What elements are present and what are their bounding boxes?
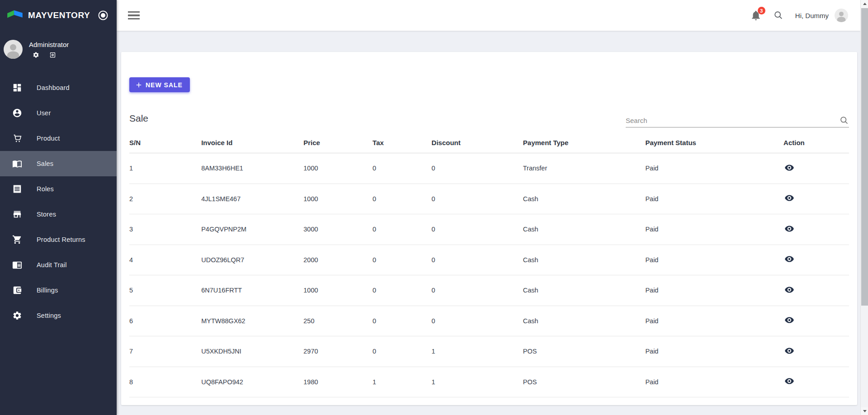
cell-payment-type: POS <box>523 336 646 367</box>
sidebar-item-sales[interactable]: Sales <box>0 151 117 176</box>
gear-icon[interactable] <box>33 52 39 58</box>
cell-payment-type: Cash <box>523 214 646 245</box>
cell-payment-status: Paid <box>645 153 783 184</box>
cell-invoice-id: 8AM33H6HE1 <box>201 153 303 184</box>
cell-payment-type: Transfer <box>523 153 646 184</box>
open-book-icon <box>12 159 22 169</box>
view-sale-button[interactable] <box>784 193 794 203</box>
logout-icon[interactable] <box>49 52 56 58</box>
view-sale-button[interactable] <box>784 376 794 386</box>
col-invoice-id: Invoice Id <box>201 135 303 153</box>
cell-payment-type: Cash <box>523 245 646 275</box>
main-column: 3 Hi, Dummy NEW SALE <box>117 0 868 415</box>
cell-payment-type: Cash <box>523 275 646 306</box>
notifications-button[interactable]: 3 <box>750 9 762 21</box>
menu-icon[interactable] <box>128 11 140 20</box>
cell-price: 1000 <box>303 184 373 214</box>
view-sale-button[interactable] <box>784 346 794 356</box>
user-greeting: Hi, Dummy <box>795 12 829 19</box>
brand-bar: MAYVENTORY <box>0 0 117 31</box>
table-row: 4 UDOZ96LQR7 2000 0 0 Cash Paid <box>129 245 849 275</box>
sidebar-item-audit-trail[interactable]: Audit Trail <box>0 252 117 278</box>
store-icon <box>12 209 22 219</box>
user-role-label: Administrator <box>29 41 69 48</box>
sidebar-item-dashboard[interactable]: Dashboard <box>0 75 117 100</box>
col-discount: Discount <box>432 135 523 153</box>
sidebar-item-settings[interactable]: Settings <box>0 303 117 328</box>
col-price: Price <box>303 135 373 153</box>
top-header: 3 Hi, Dummy <box>117 0 860 31</box>
cell-payment-status: Paid <box>645 336 783 367</box>
table-row: 1 8AM33H6HE1 1000 0 0 Transfer Paid <box>129 153 849 184</box>
reader-icon <box>12 260 22 270</box>
sidebar-item-billings[interactable]: Billings <box>0 278 117 303</box>
sidebar-collapse-toggle-icon[interactable] <box>98 10 108 21</box>
cell-price: 1980 <box>303 367 373 397</box>
view-sale-button[interactable] <box>784 163 794 173</box>
vertical-scrollbar[interactable] <box>860 0 868 415</box>
cell-sn: 2 <box>129 184 201 214</box>
col-tax: Tax <box>373 135 432 153</box>
cell-action <box>783 153 849 184</box>
avatar[interactable] <box>835 9 848 22</box>
cell-sn: 4 <box>129 245 201 275</box>
table-row: 5 6N7U16FRTT 1000 0 0 Cash Paid <box>129 275 849 306</box>
cell-price: 250 <box>303 306 373 336</box>
cell-payment-type: Cash <box>523 184 646 214</box>
scroll-up-button[interactable] <box>861 0 868 8</box>
view-sale-button[interactable] <box>784 224 794 234</box>
cell-tax: 0 <box>373 184 432 214</box>
cell-tax: 0 <box>373 336 432 367</box>
search-input[interactable] <box>626 117 840 124</box>
cell-tax: 0 <box>373 214 432 245</box>
cell-action <box>783 214 849 245</box>
cell-sn: 1 <box>129 153 201 184</box>
sidebar-item-roles[interactable]: Roles <box>0 176 117 202</box>
cell-tax: 1 <box>373 367 432 397</box>
cell-action <box>783 336 849 367</box>
cell-discount: 0 <box>432 184 523 214</box>
table-header-row: S/N Invoice Id Price Tax Discount Paymen… <box>129 135 849 153</box>
sidebar-item-product-returns[interactable]: Product Returns <box>0 227 117 252</box>
view-sale-button[interactable] <box>784 254 794 264</box>
table-search <box>626 116 849 127</box>
eye-icon <box>784 315 794 325</box>
search-icon[interactable] <box>840 116 849 125</box>
cell-sn: 3 <box>129 214 201 245</box>
sidebar: MAYVENTORY Administrator <box>0 0 117 415</box>
cell-invoice-id: P4GQVPNP2M <box>201 214 303 245</box>
cell-price: 1000 <box>303 275 373 306</box>
cell-discount: 0 <box>432 275 523 306</box>
cell-sn: 7 <box>129 336 201 367</box>
cell-sn: 8 <box>129 367 201 397</box>
user-icon <box>12 108 22 118</box>
brand-name: MAYVENTORY <box>28 10 90 20</box>
view-sale-button[interactable] <box>784 315 794 325</box>
sidebar-item-stores[interactable]: Stores <box>0 202 117 227</box>
avatar <box>4 40 23 59</box>
cell-payment-status: Paid <box>645 306 783 336</box>
cell-invoice-id: UDOZ96LQR7 <box>201 245 303 275</box>
cell-action <box>783 275 849 306</box>
cell-sn: 5 <box>129 275 201 306</box>
eye-icon <box>784 285 794 295</box>
cell-discount: 1 <box>432 336 523 367</box>
new-sale-button[interactable]: NEW SALE <box>129 77 190 92</box>
table-row: 3 P4GQVPNP2M 3000 0 0 Cash Paid <box>129 214 849 245</box>
sidebar-item-user[interactable]: User <box>0 100 117 126</box>
plus-icon <box>135 81 143 89</box>
cart-filled-icon <box>12 235 22 245</box>
col-payment-type: Payment Type <box>523 135 646 153</box>
scroll-down-button[interactable] <box>861 407 868 415</box>
sidebar-item-product[interactable]: Product <box>0 126 117 151</box>
cell-action <box>783 184 849 214</box>
cell-action <box>783 245 849 275</box>
eye-icon <box>784 346 794 356</box>
view-sale-button[interactable] <box>784 285 794 295</box>
cell-price: 1000 <box>303 153 373 184</box>
cell-tax: 0 <box>373 275 432 306</box>
search-icon[interactable] <box>774 10 783 20</box>
cell-payment-status: Paid <box>645 184 783 214</box>
receipt-icon <box>12 184 22 194</box>
scrollbar-thumb[interactable] <box>861 8 868 306</box>
